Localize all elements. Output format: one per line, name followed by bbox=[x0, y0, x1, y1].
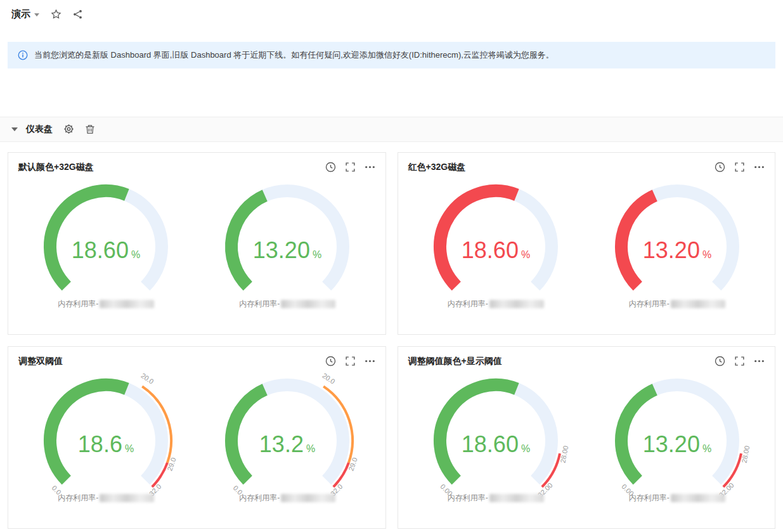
star-icon[interactable] bbox=[51, 9, 61, 20]
card-body: 0.0028.0032.0018.60%内存利用率-0.0028.0032.00… bbox=[398, 367, 775, 512]
card-title: 调整阈值颜色+显示阈值 bbox=[408, 356, 502, 367]
gauge: 0.020.029.032.018.6%内存利用率- bbox=[17, 367, 195, 512]
gauge: 0.020.029.032.013.2%内存利用率- bbox=[198, 367, 376, 512]
clock-icon[interactable] bbox=[715, 162, 725, 172]
tick-label: 28.00 bbox=[559, 444, 569, 463]
gauge-label-prefix: 内存利用率- bbox=[58, 493, 98, 503]
fullscreen-icon[interactable] bbox=[346, 162, 355, 172]
clock-icon[interactable] bbox=[325, 356, 336, 367]
gauge-label-prefix: 内存利用率- bbox=[239, 299, 280, 309]
gauge-value: 13.20% bbox=[253, 237, 321, 263]
new-dashboard-notice-banner: 当前您浏览的是新版 Dashboard 界面,旧版 Dashboard 将于近期… bbox=[8, 42, 775, 68]
card-actions bbox=[715, 162, 765, 172]
gauge-value: 18.60% bbox=[72, 237, 140, 263]
caret-down-icon bbox=[34, 13, 39, 16]
dashboard-title-dropdown[interactable]: 演示 bbox=[11, 8, 39, 20]
gear-icon[interactable] bbox=[63, 124, 74, 134]
card-actions bbox=[325, 162, 375, 172]
card-header: 默认颜色+32G磁盘 bbox=[8, 153, 385, 173]
gauge: 13.20%内存利用率- bbox=[588, 173, 766, 318]
gauge-card: 调整双阈值0.020.029.032.018.6%内存利用率-0.020.029… bbox=[8, 346, 386, 529]
section-title: 仪表盘 bbox=[26, 124, 53, 135]
gauge-value: 13.20% bbox=[643, 431, 711, 457]
redacted-text bbox=[100, 300, 154, 308]
tick-label: 20.0 bbox=[139, 371, 155, 385]
more-icon[interactable] bbox=[365, 162, 375, 172]
gauge-chart: 0.020.029.032.018.6% bbox=[23, 367, 188, 503]
gauge-chart: 0.0028.0032.0013.20% bbox=[595, 367, 760, 503]
gauge-label-prefix: 内存利用率- bbox=[629, 493, 670, 503]
gauge: 13.20%内存利用率- bbox=[198, 173, 376, 318]
more-icon[interactable] bbox=[365, 356, 375, 367]
tick-label: 20.0 bbox=[321, 371, 337, 385]
gauge-label-prefix: 内存利用率- bbox=[448, 493, 488, 503]
banner-text: 当前您浏览的是新版 Dashboard 界面,旧版 Dashboard 将于近期… bbox=[34, 49, 554, 62]
more-icon[interactable] bbox=[754, 162, 765, 172]
card-actions bbox=[325, 356, 375, 367]
share-icon[interactable] bbox=[73, 10, 82, 19]
gauge: 0.0028.0032.0013.20%内存利用率- bbox=[588, 367, 766, 512]
gauge-cards-grid: 默认颜色+32G磁盘18.60%内存利用率-13.20%内存利用率-红色+32G… bbox=[0, 142, 783, 532]
card-body: 0.020.029.032.018.6%内存利用率-0.020.029.032.… bbox=[8, 367, 385, 512]
gauge-value: 18.60% bbox=[461, 431, 529, 457]
redacted-text bbox=[281, 494, 335, 502]
page-title: 演示 bbox=[11, 8, 30, 20]
card-title: 调整双阈值 bbox=[18, 356, 63, 367]
card-title: 红色+32G磁盘 bbox=[408, 162, 466, 173]
gauge-chart: 0.0028.0032.0018.60% bbox=[413, 367, 578, 503]
gauge-label-prefix: 内存利用率- bbox=[448, 299, 488, 309]
gauge: 18.60%内存利用率- bbox=[407, 173, 585, 318]
gauge-chart: 18.60% bbox=[413, 173, 578, 309]
card-actions bbox=[715, 356, 765, 367]
fullscreen-icon[interactable] bbox=[346, 356, 355, 366]
trash-icon[interactable] bbox=[85, 124, 95, 134]
clock-icon[interactable] bbox=[715, 356, 725, 367]
redacted-text bbox=[489, 300, 544, 308]
gauge-card: 红色+32G磁盘18.60%内存利用率-13.20%内存利用率- bbox=[398, 152, 776, 335]
fullscreen-icon[interactable] bbox=[735, 162, 744, 172]
gauge-label-prefix: 内存利用率- bbox=[58, 299, 98, 309]
card-header: 调整阈值颜色+显示阈值 bbox=[398, 347, 775, 367]
gauge-card: 默认颜色+32G磁盘18.60%内存利用率-13.20%内存利用率- bbox=[8, 152, 386, 335]
gauge: 18.60%内存利用率- bbox=[17, 173, 195, 318]
info-circle-icon bbox=[18, 50, 28, 60]
more-icon[interactable] bbox=[754, 356, 765, 367]
redacted-text bbox=[100, 494, 154, 502]
topbar: 演示 bbox=[0, 0, 783, 25]
gauge-chart: 18.60% bbox=[23, 173, 188, 309]
gauge-chart: 13.20% bbox=[595, 173, 760, 309]
redacted-text bbox=[281, 300, 335, 308]
gauge-chart: 0.020.029.032.013.2% bbox=[205, 367, 370, 503]
card-body: 18.60%内存利用率-13.20%内存利用率- bbox=[398, 173, 775, 318]
collapse-caret-icon[interactable] bbox=[11, 127, 18, 131]
gauge-label-prefix: 内存利用率- bbox=[629, 299, 670, 309]
gauge-card: 调整阈值颜色+显示阈值0.0028.0032.0018.60%内存利用率-0.0… bbox=[398, 346, 776, 529]
gauge-value: 18.60% bbox=[461, 237, 529, 263]
gauge-label-prefix: 内存利用率- bbox=[239, 493, 280, 503]
redacted-text bbox=[671, 300, 725, 308]
card-header: 调整双阈值 bbox=[8, 347, 385, 367]
tick-label: 28.00 bbox=[740, 444, 751, 463]
fullscreen-icon[interactable] bbox=[735, 356, 744, 366]
gauge-value: 13.2% bbox=[259, 431, 315, 457]
section-header: 仪表盘 bbox=[0, 117, 783, 142]
card-body: 18.60%内存利用率-13.20%内存利用率- bbox=[8, 173, 385, 318]
redacted-text bbox=[489, 494, 544, 502]
gauge-chart: 13.20% bbox=[205, 173, 370, 309]
redacted-text bbox=[671, 494, 725, 502]
gauge-value: 13.20% bbox=[643, 237, 711, 263]
card-title: 默认颜色+32G磁盘 bbox=[18, 162, 94, 173]
gauge: 0.0028.0032.0018.60%内存利用率- bbox=[407, 367, 585, 512]
card-header: 红色+32G磁盘 bbox=[398, 153, 775, 173]
clock-icon[interactable] bbox=[325, 162, 336, 172]
gauge-value: 18.6% bbox=[78, 431, 134, 457]
